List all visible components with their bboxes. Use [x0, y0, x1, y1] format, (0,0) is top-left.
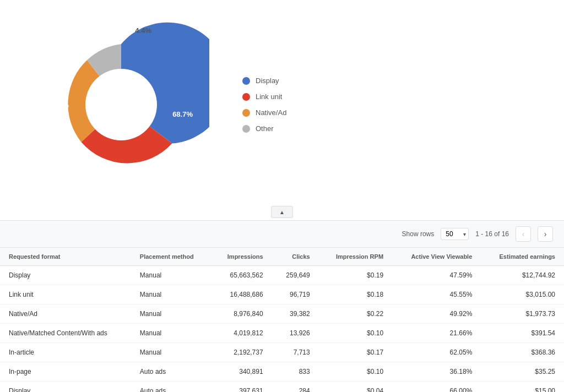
- table-row: Display Manual 65,663,562 259,649 $0.19 …: [0, 266, 564, 285]
- cell-impressions: 16,488,686: [212, 285, 272, 304]
- cell-requested-format: Link unit: [0, 285, 131, 304]
- legend-label-native-ad: Native/Ad: [256, 108, 286, 117]
- collapse-button[interactable]: ▲: [271, 206, 293, 218]
- col-header-requested-format: Requested format: [0, 248, 131, 266]
- cell-placement-method: Auto ads: [131, 362, 212, 382]
- cell-impressions: 65,663,562: [212, 266, 272, 285]
- cell-impression-rpm: $0.19: [319, 266, 392, 285]
- cell-requested-format: In-page: [0, 362, 131, 382]
- col-header-placement-method: Placement method: [131, 248, 212, 266]
- cell-estimated-earnings: $3,015.00: [481, 285, 564, 304]
- cell-clicks: 833: [272, 362, 319, 382]
- cell-active-view: 36.18%: [392, 362, 481, 382]
- cell-active-view: 21.66%: [392, 324, 481, 343]
- cell-active-view: 49.92%: [392, 304, 481, 324]
- table-section: Show rows 50 10 25 100 ▾ 1 - 16 of 16 ‹ …: [0, 220, 564, 392]
- chart-legend: Display Link unit Native/Ad Other: [242, 77, 286, 133]
- table-row: In-page Auto ads 340,891 833 $0.10 36.18…: [0, 362, 564, 382]
- table-controls: Show rows 50 10 25 100 ▾ 1 - 16 of 16 ‹ …: [0, 221, 564, 248]
- table-row: Native/Matched Content/With ads Manual 4…: [0, 324, 564, 343]
- cell-impression-rpm: $0.10: [319, 324, 392, 343]
- cell-impression-rpm: $0.10: [319, 362, 392, 382]
- cell-impression-rpm: $0.22: [319, 304, 392, 324]
- pagination-info: 1 - 16 of 16: [475, 230, 509, 238]
- next-page-button[interactable]: ›: [538, 226, 553, 242]
- legend-dot-display: [242, 77, 250, 85]
- cell-impression-rpm: $0.18: [319, 285, 392, 304]
- cell-impressions: 340,891: [212, 362, 272, 382]
- cell-impressions: 397,631: [212, 382, 272, 393]
- cell-impressions: 2,192,737: [212, 343, 272, 362]
- cell-clicks: 7,713: [272, 343, 319, 362]
- cell-requested-format: In-article: [0, 343, 131, 362]
- table-row: Link unit Manual 16,488,686 96,719 $0.18…: [0, 285, 564, 304]
- legend-item-other: Other: [242, 124, 286, 133]
- col-header-active-view: Active View Viewable: [392, 248, 481, 266]
- legend-label-display: Display: [256, 77, 279, 85]
- rows-per-page-select[interactable]: 50 10 25 100: [441, 228, 469, 240]
- prev-page-button[interactable]: ‹: [516, 226, 531, 242]
- cell-placement-method: Manual: [131, 266, 212, 285]
- cell-impressions: 8,976,840: [212, 304, 272, 324]
- cell-placement-method: Auto ads: [131, 382, 212, 393]
- cell-active-view: 45.55%: [392, 285, 481, 304]
- donut-hole: [85, 69, 157, 140]
- cell-estimated-earnings: $368.36: [481, 343, 564, 362]
- cell-impression-rpm: $0.04: [319, 382, 392, 393]
- legend-dot-other: [242, 125, 250, 133]
- cell-estimated-earnings: $12,744.92: [481, 266, 564, 285]
- data-table: Requested format Placement method Impres…: [0, 248, 564, 392]
- rows-select-wrapper[interactable]: 50 10 25 100 ▾: [441, 228, 469, 240]
- col-header-impression-rpm: Impression RPM: [319, 248, 392, 266]
- table-row: Native/Ad Manual 8,976,840 39,382 $0.22 …: [0, 304, 564, 324]
- cell-active-view: 66.00%: [392, 382, 481, 393]
- cell-impression-rpm: $0.17: [319, 343, 392, 362]
- cell-requested-format: Display: [0, 266, 131, 285]
- chart-section: 68.7% 16.2% 10.6% 4.4% Display Link unit…: [0, 0, 564, 204]
- cell-clicks: 96,719: [272, 285, 319, 304]
- page-wrapper: 68.7% 16.2% 10.6% 4.4% Display Link unit…: [0, 0, 564, 392]
- cell-clicks: 13,926: [272, 324, 319, 343]
- cell-requested-format: Native/Matched Content/With ads: [0, 324, 131, 343]
- cell-placement-method: Manual: [131, 324, 212, 343]
- cell-estimated-earnings: $1,973.73: [481, 304, 564, 324]
- col-header-clicks: Clicks: [272, 248, 319, 266]
- table-header-row: Requested format Placement method Impres…: [0, 248, 564, 266]
- legend-dot-link-unit: [242, 93, 250, 101]
- col-header-impressions: Impressions: [212, 248, 272, 266]
- table-row: Display Auto ads 397,631 284 $0.04 66.00…: [0, 382, 564, 393]
- legend-label-other: Other: [256, 124, 274, 133]
- cell-placement-method: Manual: [131, 343, 212, 362]
- cell-clicks: 259,649: [272, 266, 319, 285]
- donut-chart: 68.7% 16.2% 10.6% 4.4%: [33, 17, 209, 193]
- col-header-estimated-earnings: Estimated earnings: [481, 248, 564, 266]
- legend-item-link-unit: Link unit: [242, 92, 286, 101]
- cell-active-view: 47.59%: [392, 266, 481, 285]
- cell-requested-format: Native/Ad: [0, 304, 131, 324]
- legend-label-link-unit: Link unit: [256, 92, 282, 101]
- cell-requested-format: Display: [0, 382, 131, 393]
- legend-dot-native-ad: [242, 109, 250, 117]
- cell-estimated-earnings: $15.00: [481, 382, 564, 393]
- divider-row: ▲: [0, 204, 564, 220]
- cell-estimated-earnings: $35.25: [481, 362, 564, 382]
- cell-active-view: 62.05%: [392, 343, 481, 362]
- cell-placement-method: Manual: [131, 304, 212, 324]
- cell-clicks: 39,382: [272, 304, 319, 324]
- show-rows-label: Show rows: [402, 230, 435, 238]
- table-row: In-article Manual 2,192,737 7,713 $0.17 …: [0, 343, 564, 362]
- cell-estimated-earnings: $391.54: [481, 324, 564, 343]
- legend-item-native-ad: Native/Ad: [242, 108, 286, 117]
- legend-item-display: Display: [242, 77, 286, 85]
- cell-impressions: 4,019,812: [212, 324, 272, 343]
- cell-clicks: 284: [272, 382, 319, 393]
- cell-placement-method: Manual: [131, 285, 212, 304]
